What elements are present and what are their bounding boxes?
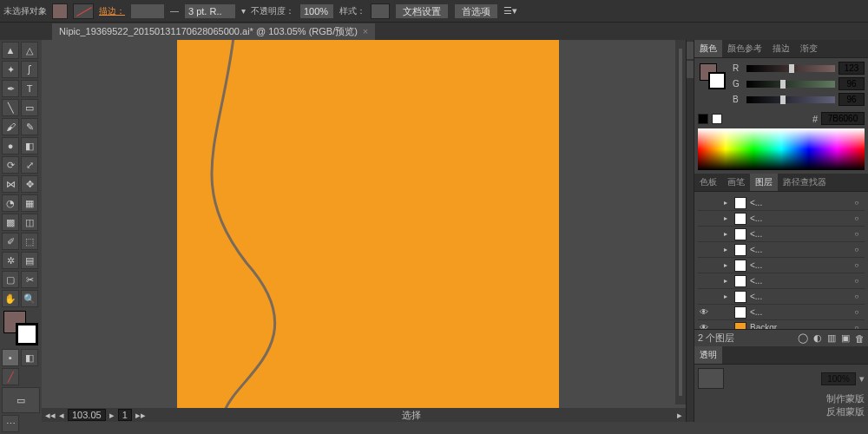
graph-tool[interactable]: ▤ <box>21 252 38 269</box>
status-scroll-left[interactable]: ▸ <box>677 410 682 421</box>
layer-target-icon[interactable]: ○ <box>852 199 861 207</box>
magic-wand-tool[interactable]: ✦ <box>2 61 19 78</box>
slice-tool[interactable]: ✂ <box>21 271 38 288</box>
hex-black-swatch[interactable] <box>698 114 708 124</box>
b-value[interactable] <box>838 93 865 106</box>
path-object[interactable] <box>177 40 559 408</box>
layer-row[interactable]: 👁<...○ <box>698 305 865 320</box>
eyedropper-tool[interactable]: ✐ <box>2 233 19 250</box>
stroke-color-swatch[interactable] <box>16 323 38 345</box>
gradient-tool[interactable]: ◫ <box>21 214 38 231</box>
layer-twirl-icon[interactable]: ▸ <box>724 293 731 300</box>
artboard-tool[interactable]: ▢ <box>2 271 19 288</box>
hex-white-swatch[interactable] <box>712 114 722 124</box>
layer-name[interactable]: <... <box>750 245 849 254</box>
opacity-field[interactable] <box>299 3 334 19</box>
zoom-tool[interactable]: 🔍 <box>21 290 38 307</box>
layer-twirl-icon[interactable]: ▸ <box>724 277 731 285</box>
canvas[interactable] <box>42 40 694 408</box>
line-tool[interactable]: ╲ <box>2 99 19 116</box>
mesh-tool[interactable]: ▩ <box>2 214 19 231</box>
fill-stroke-control[interactable] <box>3 311 38 345</box>
width-tool[interactable]: ⋈ <box>2 175 19 193</box>
layer-row[interactable]: ▸<...○ <box>698 211 865 227</box>
layer-target-icon[interactable]: ○ <box>852 214 861 222</box>
layer-locate-icon[interactable]: ◯ <box>798 332 808 344</box>
hex-field[interactable] <box>821 112 865 125</box>
screen-mode-button[interactable]: ▭ <box>2 387 40 413</box>
tab-gradient[interactable]: 渐变 <box>795 40 823 57</box>
style-swatch[interactable] <box>371 3 390 19</box>
status-nav-prev[interactable]: ◂ <box>59 410 64 421</box>
g-value[interactable] <box>838 77 865 90</box>
direct-select-tool[interactable]: △ <box>21 42 38 59</box>
layer-name[interactable]: <... <box>750 229 849 239</box>
color-mode-none[interactable]: ╱ <box>2 368 19 385</box>
document-tab-close-icon[interactable]: × <box>363 26 368 36</box>
layer-row[interactable]: ▸<...○ <box>698 289 865 305</box>
layer-mask-icon[interactable]: ◐ <box>813 332 822 344</box>
scale-tool[interactable]: ⤢ <box>21 156 38 174</box>
pencil-tool[interactable]: ✎ <box>21 118 38 135</box>
layer-name[interactable]: <... <box>750 260 849 270</box>
layer-sublayer-icon[interactable]: ▥ <box>827 332 836 344</box>
rotate-tool[interactable]: ⟳ <box>2 156 19 174</box>
layer-row[interactable]: ▸<...○ <box>698 273 865 289</box>
g-slider[interactable] <box>746 81 835 88</box>
layer-visibility-icon[interactable]: 👁 <box>698 323 710 329</box>
layer-name[interactable]: <... <box>750 292 849 301</box>
stroke-swatch-none[interactable] <box>73 3 94 19</box>
invert-mask-button[interactable]: 反相蒙版 <box>826 406 865 417</box>
vertical-scrollbar[interactable] <box>675 40 686 404</box>
tab-stroke[interactable]: 描边 <box>767 40 795 57</box>
zoom-field[interactable]: 103.05 <box>68 409 106 421</box>
stroke-link[interactable]: 描边： <box>99 5 125 17</box>
layer-row[interactable]: 👁Backgr...○ <box>698 320 865 329</box>
stroke-weight-field[interactable] <box>184 3 236 19</box>
layer-twirl-icon[interactable]: ▸ <box>724 214 731 222</box>
layer-delete-icon[interactable]: 🗑 <box>855 333 865 344</box>
tab-pathfinder[interactable]: 路径查找器 <box>778 174 832 191</box>
stroke-swatch-panel[interactable] <box>708 72 726 89</box>
layer-target-icon[interactable]: ○ <box>852 277 861 285</box>
layer-target-icon[interactable]: ○ <box>852 230 861 238</box>
r-slider[interactable] <box>746 65 835 72</box>
tab-transparency[interactable]: 透明 <box>694 346 722 364</box>
rectangle-tool[interactable]: ▭ <box>21 99 38 116</box>
tools-more[interactable]: ⋯ <box>2 415 19 432</box>
selection-tool[interactable]: ▲ <box>2 42 19 59</box>
document-tab[interactable]: Nipic_19369522_20150131170628065000.ai* … <box>52 23 375 40</box>
layer-target-icon[interactable]: ○ <box>852 261 861 269</box>
layer-name[interactable]: <... <box>750 198 849 207</box>
layer-twirl-icon[interactable]: ▸ <box>724 199 731 207</box>
r-value[interactable] <box>838 62 865 75</box>
tab-color-guide[interactable]: 颜色参考 <box>722 40 767 57</box>
layer-target-icon[interactable]: ○ <box>852 293 861 300</box>
brush-preset-dd[interactable]: ▾ <box>241 6 246 16</box>
layer-name[interactable]: <... <box>750 214 849 223</box>
fill-swatch[interactable] <box>52 3 68 19</box>
layer-new-icon[interactable]: ▣ <box>841 332 850 344</box>
layer-twirl-icon[interactable]: ▸ <box>724 230 731 238</box>
layer-row[interactable]: ▸<...○ <box>698 258 865 273</box>
page-field[interactable]: 1 <box>118 409 132 421</box>
layer-row[interactable]: ▸<...○ <box>698 195 865 211</box>
color-mode-normal[interactable]: ▪ <box>2 349 19 366</box>
type-tool[interactable]: T <box>21 80 38 97</box>
tab-brushes[interactable]: 画笔 <box>722 174 750 191</box>
shape-builder-tool[interactable]: ◔ <box>2 194 19 212</box>
perspective-tool[interactable]: ▦ <box>21 194 38 212</box>
opacity-dd-icon[interactable]: ▾ <box>859 373 865 385</box>
color-panel-fillstroke[interactable] <box>700 63 726 89</box>
layer-visibility-icon[interactable]: 👁 <box>698 307 710 317</box>
tab-color[interactable]: 颜色 <box>694 40 722 57</box>
layer-name[interactable]: Backgr... <box>750 323 849 329</box>
dock-icon-1[interactable] <box>687 42 694 59</box>
layer-name[interactable]: <... <box>750 276 849 286</box>
color-mode-gradient[interactable]: ◧ <box>21 349 38 366</box>
lasso-tool[interactable]: ʃ <box>21 61 38 78</box>
layer-name[interactable]: <... <box>750 307 849 317</box>
transparency-thumb[interactable] <box>698 368 724 389</box>
layer-row[interactable]: ▸<...○ <box>698 242 865 258</box>
symbol-sprayer-tool[interactable]: ✲ <box>2 252 19 269</box>
